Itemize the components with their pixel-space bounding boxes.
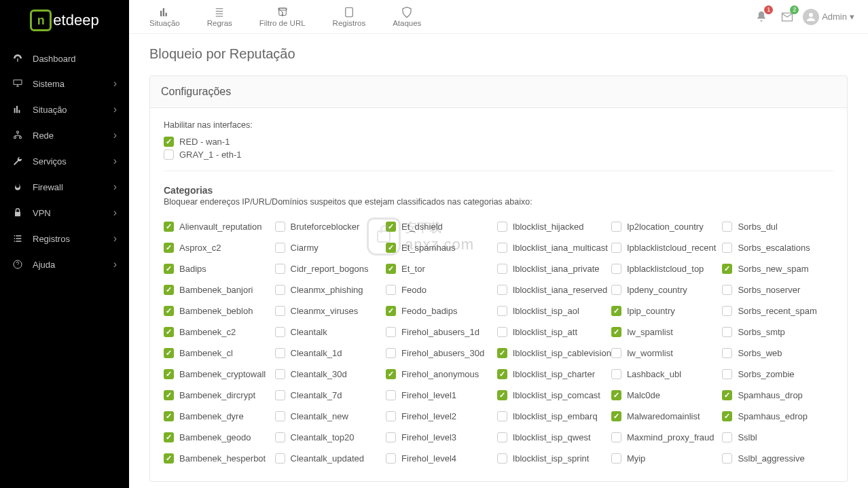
category-checkbox[interactable] (386, 369, 396, 379)
category-checkbox[interactable] (275, 411, 285, 421)
interface-checkbox[interactable] (164, 150, 174, 160)
sidebar-item-registros[interactable]: Registros› (0, 226, 129, 251)
category-checkbox[interactable] (722, 327, 732, 337)
category-checkbox[interactable] (275, 222, 285, 232)
category-checkbox[interactable] (164, 264, 174, 274)
category-checkbox[interactable] (497, 348, 507, 358)
category-checkbox[interactable] (497, 285, 507, 295)
category-checkbox[interactable] (497, 432, 507, 442)
category-checkbox[interactable] (164, 306, 174, 316)
category-checkbox[interactable] (611, 306, 621, 316)
category-checkbox[interactable] (386, 285, 396, 295)
category-checkbox[interactable] (611, 432, 621, 442)
category-checkbox[interactable] (275, 348, 285, 358)
category-checkbox[interactable] (611, 327, 621, 337)
category-checkbox[interactable] (164, 369, 174, 379)
category-checkbox[interactable] (722, 243, 732, 253)
category-checkbox[interactable] (386, 390, 396, 400)
category-checkbox[interactable] (611, 453, 621, 464)
category-checkbox[interactable] (275, 453, 285, 464)
logo-icon: n (30, 10, 52, 31)
messages-button[interactable]: 2 (777, 7, 797, 27)
category-checkbox[interactable] (722, 285, 732, 295)
category-checkbox[interactable] (386, 432, 396, 442)
category-checkbox[interactable] (722, 264, 732, 274)
category-checkbox[interactable] (386, 222, 396, 232)
category-checkbox[interactable] (722, 222, 732, 232)
category-checkbox[interactable] (164, 348, 174, 358)
category-checkbox[interactable] (164, 327, 174, 337)
category-checkbox[interactable] (722, 369, 732, 379)
category-checkbox[interactable] (497, 411, 507, 421)
category-label: Firehol_anonymous (401, 369, 479, 379)
category-checkbox[interactable] (275, 432, 285, 442)
category-checkbox[interactable] (386, 264, 396, 274)
category-label: Bambenek_dyre (179, 411, 244, 421)
category-checkbox[interactable] (164, 285, 174, 295)
category-checkbox[interactable] (611, 348, 621, 358)
sidebar-item-situação[interactable]: Situação› (0, 97, 129, 122)
category-checkbox[interactable] (497, 327, 507, 337)
topnav-ataques[interactable]: Ataques (379, 0, 435, 33)
category-checkbox[interactable] (386, 411, 396, 421)
notifications-button[interactable]: 1 (751, 7, 772, 27)
category-checkbox[interactable] (722, 411, 732, 421)
category-checkbox[interactable] (164, 243, 174, 253)
category-checkbox[interactable] (497, 306, 507, 316)
sidebar-item-firewall[interactable]: Firewall› (0, 174, 129, 200)
topnav-registros[interactable]: Registros (319, 0, 380, 33)
category-checkbox[interactable] (497, 264, 507, 274)
category-checkbox[interactable] (386, 453, 396, 464)
category-checkbox[interactable] (611, 243, 621, 253)
category-checkbox[interactable] (611, 411, 621, 421)
category-checkbox[interactable] (497, 222, 507, 232)
sidebar-item-serviços[interactable]: Serviços› (0, 148, 129, 174)
category-checkbox[interactable] (722, 348, 732, 358)
category-checkbox[interactable] (275, 327, 285, 337)
category-checkbox[interactable] (497, 390, 507, 400)
sidebar-item-vpn[interactable]: VPN› (0, 200, 129, 226)
sidebar-item-ajuda[interactable]: Ajuda› (0, 251, 129, 277)
category-checkbox[interactable] (164, 453, 174, 464)
topnav-situação[interactable]: Situação (136, 0, 194, 33)
category-label: Iblocklist_isp_charter (513, 369, 595, 379)
interface-checkbox[interactable] (164, 137, 174, 147)
category-checkbox[interactable] (275, 285, 285, 295)
category-checkbox[interactable] (611, 285, 621, 295)
category-checkbox[interactable] (386, 243, 396, 253)
category-checkbox[interactable] (722, 453, 732, 464)
category-checkbox[interactable] (386, 327, 396, 337)
sidebar-item-dashboard[interactable]: Dashboard (0, 46, 129, 71)
category-checkbox[interactable] (275, 390, 285, 400)
category-checkbox[interactable] (722, 306, 732, 316)
category-checkbox[interactable] (611, 390, 621, 400)
category-checkbox[interactable] (611, 369, 621, 379)
category-checkbox[interactable] (611, 264, 621, 274)
interfaces-label: Habilitar nas interfaces: (164, 120, 833, 130)
category-checkbox[interactable] (386, 306, 396, 316)
category-label: Bambenek_dircrypt (179, 390, 255, 400)
user-menu[interactable]: Admin ▾ (803, 9, 854, 25)
interface-label: RED - wan-1 (179, 137, 230, 147)
shield-icon (401, 6, 413, 18)
category-checkbox[interactable] (497, 243, 507, 253)
category-checkbox[interactable] (497, 453, 507, 464)
category-checkbox[interactable] (275, 264, 285, 274)
category-checkbox[interactable] (611, 222, 621, 232)
sidebar-item-sistema[interactable]: Sistema› (0, 71, 129, 97)
category-checkbox[interactable] (275, 369, 285, 379)
sidebar-item-rede[interactable]: Rede› (0, 122, 129, 148)
category-checkbox[interactable] (722, 432, 732, 442)
topnav-regras[interactable]: Regras (194, 0, 246, 33)
topnav-filtro-de-url[interactable]: Filtro de URL (246, 0, 319, 33)
category-checkbox[interactable] (722, 390, 732, 400)
category-checkbox[interactable] (497, 369, 507, 379)
category-checkbox[interactable] (164, 411, 174, 421)
category-checkbox[interactable] (164, 390, 174, 400)
category-checkbox[interactable] (386, 348, 396, 358)
category-checkbox[interactable] (275, 306, 285, 316)
category-checkbox[interactable] (164, 222, 174, 232)
category-checkbox[interactable] (275, 243, 285, 253)
category-checkbox[interactable] (164, 432, 174, 442)
category-item: Cleantalk (275, 321, 386, 343)
